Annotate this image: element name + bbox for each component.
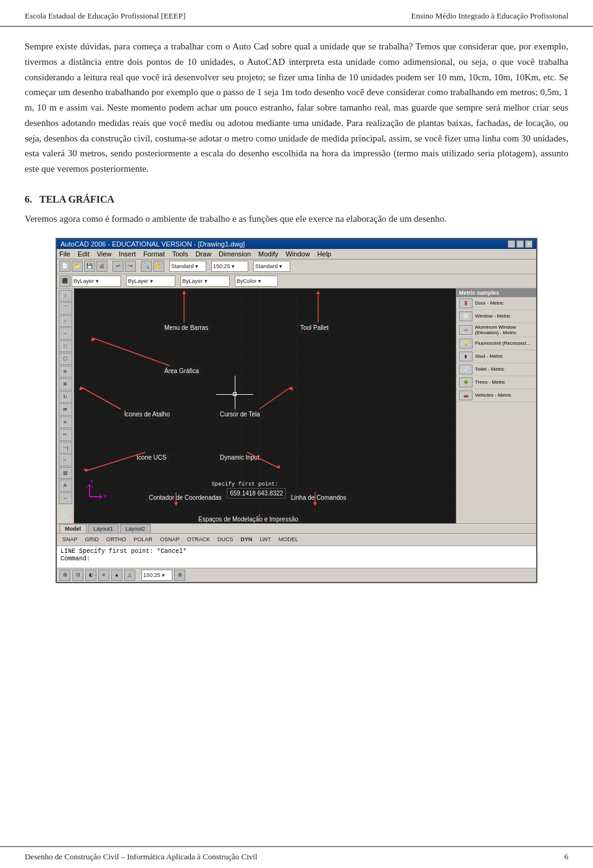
status-ortho[interactable]: ORTHO bbox=[103, 536, 129, 543]
tool-hatch[interactable]: ▨ bbox=[59, 467, 72, 479]
linetype-dropdown[interactable]: ByLayer ▾ bbox=[180, 276, 230, 287]
header-right: Ensino Médio Integrado à Educação Profis… bbox=[411, 11, 568, 21]
autocad-menubar: File Edit View Insert Format Tools Draw … bbox=[57, 249, 536, 259]
tool-polygon[interactable]: ⬡ bbox=[59, 353, 72, 365]
toolbar-style-dropdown[interactable]: Standard ▾ bbox=[253, 261, 290, 272]
minimize-btn[interactable]: _ bbox=[508, 240, 515, 248]
menu-dimension[interactable]: Dimension bbox=[219, 250, 251, 258]
toilet-icon: 🚽 bbox=[459, 364, 473, 374]
stud-icon: ▮ bbox=[459, 352, 473, 361]
status-otrack[interactable]: OTRACK bbox=[183, 536, 213, 543]
tool-new[interactable]: 📄 bbox=[59, 261, 70, 272]
tool-move[interactable]: ✛ bbox=[59, 366, 72, 378]
tool-pan[interactable]: ✋ bbox=[153, 261, 164, 272]
tab-model[interactable]: Model bbox=[59, 524, 86, 533]
panel-item-toilet[interactable]: 🚽 Toilet - Metric bbox=[456, 363, 536, 376]
tool-zoom[interactable]: 🔍 bbox=[141, 261, 152, 272]
tool-extend[interactable]: →| bbox=[59, 442, 72, 454]
menu-draw[interactable]: Draw bbox=[195, 250, 211, 258]
bottom-icon4[interactable]: ≡ bbox=[98, 570, 109, 581]
panel-item-window[interactable]: ⬜ Window - Metric bbox=[456, 310, 536, 323]
left-toolbar: / ⌒ ○ ⌢ □ ⬡ ✛ ⊕ ↻ ⇌ ≡ ✂ →| ⌐ ▨ A ↔ X bbox=[57, 289, 74, 523]
panel-item-vehicles[interactable]: 🚗 Vehicles - Metric bbox=[456, 389, 536, 402]
tool-print[interactable]: 🖨 bbox=[96, 261, 107, 272]
panel-item-door[interactable]: 🚪 Door - Metric bbox=[456, 297, 536, 310]
vehicles-icon: 🚗 bbox=[459, 390, 473, 400]
tool-text[interactable]: A bbox=[59, 479, 72, 492]
status-lwt[interactable]: LWT bbox=[256, 536, 274, 543]
page-footer: Desenho de Construção Civil – Informátic… bbox=[0, 846, 593, 868]
status-model[interactable]: MODEL bbox=[275, 536, 301, 543]
titlebar-buttons[interactable]: _ □ × bbox=[508, 240, 532, 248]
tool-open[interactable]: 📂 bbox=[72, 261, 83, 272]
bottom-icon7[interactable]: ⊞ bbox=[174, 570, 185, 581]
status-dyn[interactable]: DYN bbox=[237, 536, 255, 543]
tab-layout2[interactable]: Layout2 bbox=[120, 524, 151, 533]
svg-text:X: X bbox=[103, 494, 107, 499]
tab-layout1[interactable]: Layout1 bbox=[88, 524, 119, 533]
tool-rect[interactable]: □ bbox=[59, 340, 72, 353]
menu-view[interactable]: View bbox=[97, 250, 112, 258]
bottom-icon5[interactable]: ▲ bbox=[111, 570, 122, 581]
tool-copy[interactable]: ⊕ bbox=[59, 378, 72, 390]
tool-save[interactable]: 💾 bbox=[84, 261, 95, 272]
tool-circle[interactable]: ○ bbox=[59, 315, 72, 327]
status-snap[interactable]: SNAP bbox=[59, 536, 81, 543]
bottom-bar: ⊞ ⊟ ◐ ≡ ▲ △ 150:25 ▾ ⊞ bbox=[57, 568, 536, 582]
status-bar: SNAP GRID ORTHO POLAR OSNAP OTRACK DUCS … bbox=[57, 533, 536, 546]
menu-format[interactable]: Format bbox=[143, 250, 165, 258]
toolbar-standard-dropdown[interactable]: Standard ▾ bbox=[169, 261, 206, 272]
maximize-btn[interactable]: □ bbox=[516, 240, 524, 248]
panel-item-stud[interactable]: ▮ Stud - Metric bbox=[456, 350, 536, 363]
trees-icon: 🌳 bbox=[459, 377, 473, 387]
close-btn[interactable]: × bbox=[525, 240, 532, 248]
bottom-zoom-dropdown[interactable]: 150:25 ▾ bbox=[141, 570, 172, 581]
aluminum-icon: ▭ bbox=[459, 325, 473, 335]
header-left: Escola Estadual de Educação Profissional… bbox=[25, 11, 185, 21]
toolbar-row2: ⬛ ByLayer ▾ ByLayer ▾ ByLayer ▾ ByColor … bbox=[57, 274, 536, 289]
menu-window[interactable]: Window bbox=[285, 250, 309, 258]
menu-insert[interactable]: Insert bbox=[119, 250, 136, 258]
tool-redo[interactable]: ↪ bbox=[125, 261, 136, 272]
tool-rotate[interactable]: ↻ bbox=[59, 391, 72, 403]
tool-dim[interactable]: ↔ bbox=[59, 492, 72, 505]
bottom-icon6[interactable]: △ bbox=[124, 570, 135, 581]
menu-file[interactable]: File bbox=[59, 250, 70, 258]
right-panel: Metric samples 🚪 Door - Metric ⬜ Window … bbox=[456, 289, 536, 523]
layer-icon[interactable]: ⬛ bbox=[59, 276, 70, 287]
footer-right: 6 bbox=[565, 852, 569, 862]
layer-dropdown[interactable]: ByLayer ▾ bbox=[72, 276, 121, 287]
drawing-area[interactable]: Specify first point: 659.1418 643.8322 X bbox=[74, 289, 456, 523]
window-icon: ⬜ bbox=[459, 311, 473, 321]
panel-item-aluminum[interactable]: ▭ Aluminum Window (Elevation) - Metric bbox=[456, 323, 536, 337]
tool-line[interactable]: / bbox=[59, 290, 72, 302]
lineweight-dropdown[interactable]: ByColor ▾ bbox=[235, 276, 278, 287]
panel-item-trees[interactable]: 🌳 Trees - Metric bbox=[456, 376, 536, 389]
tool-offset[interactable]: ≡ bbox=[59, 416, 72, 429]
menu-modify[interactable]: Modify bbox=[258, 250, 278, 258]
autocad-workspace: / ⌒ ○ ⌢ □ ⬡ ✛ ⊕ ↻ ⇌ ≡ ✂ →| ⌐ ▨ A ↔ X bbox=[57, 289, 536, 523]
svg-text:Y: Y bbox=[90, 479, 94, 484]
tool-mirror[interactable]: ⇌ bbox=[59, 403, 72, 416]
menu-tools[interactable]: Tools bbox=[172, 250, 188, 258]
specify-text: Specify first point: bbox=[211, 481, 278, 487]
status-osnap[interactable]: OSNAP bbox=[157, 536, 183, 543]
tool-fillet[interactable]: ⌐ bbox=[59, 454, 72, 466]
panel-item-fluorescent[interactable]: 💡 Fluorescent (Recessed... bbox=[456, 337, 536, 350]
tool-polyline[interactable]: ⌒ bbox=[59, 302, 72, 314]
tool-arc[interactable]: ⌢ bbox=[59, 327, 72, 340]
status-polar[interactable]: POLAR bbox=[130, 536, 156, 543]
bottom-icon1[interactable]: ⊞ bbox=[59, 570, 70, 581]
bottom-icon2[interactable]: ⊟ bbox=[72, 570, 83, 581]
autocad-screenshot: AutoCAD 2006 - EDUCATIONAL VERSION - [Dr… bbox=[56, 238, 537, 583]
tool-trim[interactable]: ✂ bbox=[59, 429, 72, 441]
status-grid[interactable]: GRID bbox=[82, 536, 103, 543]
tool-undo[interactable]: ↩ bbox=[112, 261, 124, 272]
status-ducs[interactable]: DUCS bbox=[214, 536, 237, 543]
bottom-icon3[interactable]: ◐ bbox=[85, 570, 96, 581]
menu-edit[interactable]: Edit bbox=[78, 250, 90, 258]
section-title: 6. TELA GRÁFICA bbox=[25, 194, 568, 205]
toolbar-zoom-dropdown[interactable]: 150:25 ▾ bbox=[211, 261, 248, 272]
menu-help[interactable]: Help bbox=[318, 250, 332, 258]
color-dropdown[interactable]: ByLayer ▾ bbox=[126, 276, 175, 287]
